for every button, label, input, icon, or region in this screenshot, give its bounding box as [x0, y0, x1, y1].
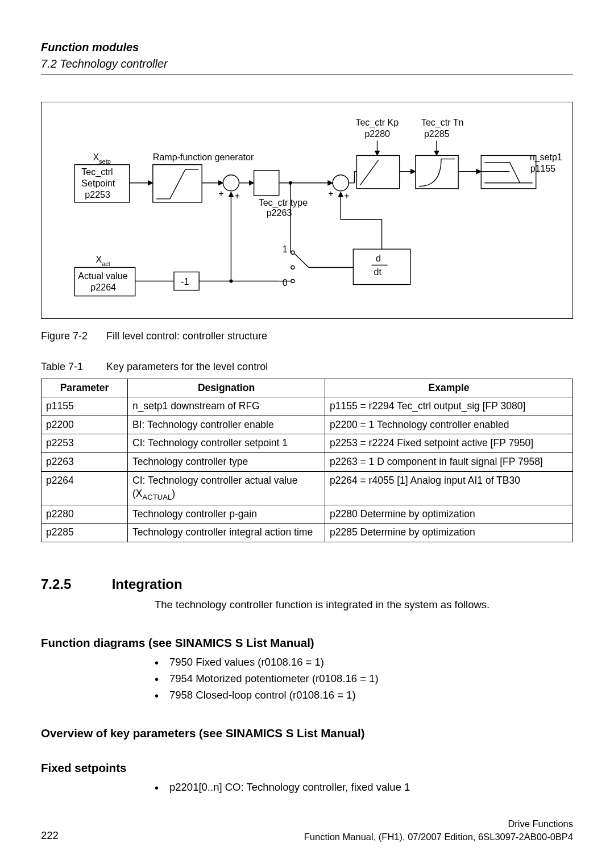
col-parameter: Parameter [42, 379, 128, 397]
svg-text:dt: dt [374, 267, 382, 277]
table-caption-lead: Table 7-1 [41, 360, 103, 373]
function-diagrams-list: 7950 Fixed values (r0108.16 = 1) 7954 Mo… [155, 655, 573, 703]
figure-caption-lead: Figure 7-2 [41, 329, 103, 343]
cell-example: p2285 Determine by optimization [325, 524, 573, 542]
section-7-2-5-heading: 7.2.5 Integration [41, 575, 573, 593]
svg-text:p1155: p1155 [530, 163, 556, 173]
svg-rect-55 [353, 249, 410, 284]
table-row: p2200 BI: Technology controller enable p… [42, 416, 573, 434]
function-diagrams-heading: Function diagrams (see SINAMICS S List M… [41, 635, 573, 651]
svg-text:0: 0 [283, 277, 288, 288]
header-line2: 7.2 Technology controller [41, 56, 573, 72]
svg-line-7 [360, 160, 378, 185]
svg-text:+: + [344, 190, 349, 201]
svg-text:+: + [218, 188, 223, 198]
cell-desig: Technology controller p-gain [128, 505, 325, 524]
cell-param: p2253 [42, 434, 128, 453]
svg-text:+: + [328, 188, 333, 198]
svg-text:p2280: p2280 [364, 128, 390, 139]
cell-param: p2285 [42, 524, 128, 542]
col-designation: Designation [128, 379, 325, 397]
cell-desig: n_setp1 downstream of RFG [128, 397, 325, 416]
svg-text:Xact: Xact [96, 254, 110, 267]
svg-rect-20 [153, 165, 202, 202]
svg-text:p2253: p2253 [85, 189, 110, 200]
figure-caption: Figure 7-2 Fill level control: controlle… [41, 329, 573, 343]
cell-example: p1155 = r2294 Tec_ctrl output_sig [FP 30… [325, 397, 573, 416]
cell-desig: BI: Technology controller enable [128, 416, 325, 434]
svg-text:p2285: p2285 [424, 128, 450, 139]
cell-param: p2280 [42, 505, 128, 524]
cell-desig: CI: Technology controller setpoint 1 [128, 434, 325, 453]
cell-param: p2263 [42, 453, 128, 472]
cell-param: p2264 [42, 471, 128, 505]
svg-point-49 [291, 265, 294, 269]
list-item: p2201[0..n] CO: Technology controller, f… [155, 780, 573, 795]
footer-line1: Drive Functions [304, 817, 573, 830]
svg-point-23 [223, 175, 239, 191]
svg-rect-11 [481, 156, 536, 189]
table-row: p1155 n_setp1 downstream of RFG p1155 = … [42, 397, 573, 416]
header-line1: Function modules [41, 40, 573, 55]
figure-7-2: Tec_ctr Kp p2280 Tec_ctr Tn p2285 [41, 102, 573, 319]
list-item: 7950 Fixed values (r0108.16 = 1) [155, 655, 573, 670]
svg-point-48 [291, 251, 294, 254]
col-example: Example [325, 379, 573, 397]
figure-caption-text: Fill level control: controller structure [106, 330, 267, 342]
svg-text:Setpoint: Setpoint [81, 178, 115, 188]
table-caption-text: Key parameters for the level control [106, 361, 268, 372]
svg-text:Tec_ctrl: Tec_ctrl [81, 167, 113, 177]
page-number: 222 [41, 829, 59, 843]
parameter-table: Parameter Designation Example p1155 n_se… [41, 379, 573, 542]
cell-example: p2264 = r4055 [1] Analog input AI1 of TB… [325, 471, 573, 505]
svg-point-53 [289, 181, 292, 185]
section-title: Integration [112, 576, 182, 592]
svg-point-50 [291, 280, 294, 283]
cell-example: p2280 Determine by optimization [325, 505, 573, 524]
fixed-setpoints-heading: Fixed setpoints [41, 760, 573, 776]
footer-line2: Function Manual, (FH1), 07/2007 Edition,… [304, 830, 573, 843]
cell-desig: Technology controller type [128, 453, 325, 472]
table-row: p2264 CI: Technology controller actual v… [42, 471, 573, 505]
svg-text:1: 1 [283, 244, 288, 254]
section-7-2-5-body: The technology controller function is in… [155, 598, 573, 612]
table-caption: Table 7-1 Key parameters for the level c… [41, 360, 573, 373]
running-header: Function modules 7.2 Technology controll… [41, 40, 573, 74]
section-number: 7.2.5 [41, 575, 108, 593]
cell-example: p2253 = r2224 Fixed setpoint active [FP … [325, 434, 573, 453]
svg-text:+: + [234, 190, 239, 201]
svg-line-51 [294, 254, 309, 267]
svg-text:Tec_ctr type: Tec_ctr type [259, 197, 308, 208]
svg-text:-1: -1 [181, 276, 189, 286]
cell-example: p2263 = 1 D component in fault signal [F… [325, 453, 573, 472]
table-row: p2280 Technology controller p-gain p2280… [42, 505, 573, 524]
svg-text:Actual value: Actual value [78, 271, 127, 281]
fixed-setpoints-list: p2201[0..n] CO: Technology controller, f… [155, 780, 573, 795]
block-diagram-svg: Tec_ctr Kp p2280 Tec_ctr Tn p2285 [42, 102, 572, 318]
cell-param: p2200 [42, 416, 128, 434]
svg-text:Tec_ctr Tn: Tec_ctr Tn [421, 117, 464, 128]
table-row: p2253 CI: Technology controller setpoint… [42, 434, 573, 453]
svg-text:Xsetp: Xsetp [93, 152, 111, 165]
cell-desig: Technology controller integral action ti… [128, 524, 325, 542]
svg-text:Tec_ctr Kp: Tec_ctr Kp [355, 117, 399, 128]
svg-rect-8 [416, 156, 458, 189]
svg-text:d: d [376, 253, 381, 263]
svg-text:p2263: p2263 [267, 207, 292, 218]
list-item: 7958 Closed-loop control (r0108.16 = 1) [155, 688, 573, 703]
table-row: p2263 Technology controller type p2263 =… [42, 453, 573, 472]
table-row: p2285 Technology controller integral act… [42, 524, 573, 542]
svg-point-31 [333, 175, 349, 191]
svg-rect-27 [254, 171, 279, 196]
cell-example: p2200 = 1 Technology controller enabled [325, 416, 573, 434]
cell-desig: CI: Technology controller actual value (… [128, 471, 325, 505]
svg-text:n_setp1: n_setp1 [530, 152, 562, 163]
overview-key-params-heading: Overview of key parameters (see SINAMICS… [41, 725, 573, 741]
list-item: 7954 Motorized potentiometer (r0108.16 =… [155, 672, 573, 686]
svg-text:Ramp-function generator: Ramp-function generator [153, 152, 254, 162]
svg-text:p2264: p2264 [90, 282, 116, 292]
header-rule [41, 74, 573, 74]
cell-param: p1155 [42, 397, 128, 416]
